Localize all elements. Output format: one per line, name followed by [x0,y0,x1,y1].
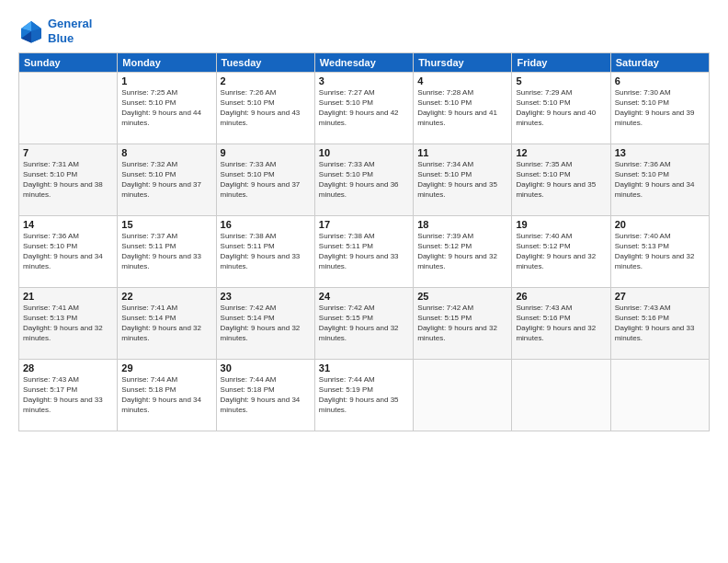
cell-content: Sunrise: 7:35 AMSunset: 5:10 PMDaylight:… [516,160,606,200]
week-row-5: 28Sunrise: 7:43 AMSunset: 5:17 PMDayligh… [19,360,710,431]
calendar-cell [610,360,709,431]
week-row-3: 14Sunrise: 7:36 AMSunset: 5:10 PMDayligh… [19,216,710,288]
cell-content: Sunrise: 7:42 AMSunset: 5:15 PMDaylight:… [417,304,507,343]
calendar-cell: 4Sunrise: 7:28 AMSunset: 5:10 PMDaylight… [414,73,512,144]
header-wednesday: Wednesday [314,53,413,73]
calendar-cell: 14Sunrise: 7:36 AMSunset: 5:10 PMDayligh… [19,216,118,288]
day-number: 13 [615,147,705,158]
header-thursday: Thursday [414,53,512,73]
cell-content: Sunrise: 7:43 AMSunset: 5:17 PMDaylight:… [23,375,113,415]
calendar-cell: 5Sunrise: 7:29 AMSunset: 5:10 PMDaylight… [512,73,610,144]
day-number: 25 [417,291,507,302]
logo-text: General Blue [48,17,92,45]
day-number: 29 [121,362,211,373]
cell-content: Sunrise: 7:29 AMSunset: 5:10 PMDaylight:… [516,88,606,128]
day-number: 1 [121,75,211,86]
calendar-cell: 26Sunrise: 7:43 AMSunset: 5:16 PMDayligh… [512,288,610,360]
cell-content: Sunrise: 7:31 AMSunset: 5:10 PMDaylight:… [23,160,113,200]
calendar-cell: 19Sunrise: 7:40 AMSunset: 5:12 PMDayligh… [512,216,610,288]
logo: General Blue [18,17,92,45]
header-row: SundayMondayTuesdayWednesdayThursdayFrid… [19,53,710,73]
day-number: 23 [221,291,311,302]
calendar-cell: 16Sunrise: 7:38 AMSunset: 5:11 PMDayligh… [216,216,314,288]
calendar-cell: 29Sunrise: 7:44 AMSunset: 5:18 PMDayligh… [118,360,216,431]
day-number: 27 [615,291,705,302]
week-row-1: 1Sunrise: 7:25 AMSunset: 5:10 PMDaylight… [19,73,710,144]
cell-content: Sunrise: 7:43 AMSunset: 5:16 PMDaylight:… [516,304,606,343]
cell-content: Sunrise: 7:44 AMSunset: 5:19 PMDaylight:… [319,375,409,415]
day-number: 15 [121,219,211,230]
day-number: 30 [221,362,311,373]
cell-content: Sunrise: 7:32 AMSunset: 5:10 PMDaylight:… [121,160,211,200]
cell-content: Sunrise: 7:41 AMSunset: 5:14 PMDaylight:… [121,304,211,343]
day-number: 24 [319,291,409,302]
day-number: 4 [417,75,507,86]
day-number: 26 [516,291,606,302]
calendar-cell: 31Sunrise: 7:44 AMSunset: 5:19 PMDayligh… [314,360,413,431]
cell-content: Sunrise: 7:27 AMSunset: 5:10 PMDaylight:… [319,88,409,128]
calendar-cell: 21Sunrise: 7:41 AMSunset: 5:13 PMDayligh… [19,288,118,360]
day-number: 22 [121,291,211,302]
day-number: 2 [221,75,311,86]
calendar-cell: 8Sunrise: 7:32 AMSunset: 5:10 PMDaylight… [118,144,216,216]
calendar-cell: 3Sunrise: 7:27 AMSunset: 5:10 PMDaylight… [314,73,413,144]
cell-content: Sunrise: 7:40 AMSunset: 5:12 PMDaylight:… [516,232,606,271]
calendar-cell: 22Sunrise: 7:41 AMSunset: 5:14 PMDayligh… [118,288,216,360]
calendar-cell: 27Sunrise: 7:43 AMSunset: 5:16 PMDayligh… [610,288,709,360]
calendar-table: SundayMondayTuesdayWednesdayThursdayFrid… [18,52,710,431]
calendar-cell: 2Sunrise: 7:26 AMSunset: 5:10 PMDaylight… [216,73,314,144]
calendar-page: General Blue SundayMondayTuesdayWednesda… [0,0,728,563]
calendar-cell: 28Sunrise: 7:43 AMSunset: 5:17 PMDayligh… [19,360,118,431]
day-number: 11 [417,147,507,158]
calendar-cell: 15Sunrise: 7:37 AMSunset: 5:11 PMDayligh… [118,216,216,288]
day-number: 8 [121,147,211,158]
calendar-cell: 11Sunrise: 7:34 AMSunset: 5:10 PMDayligh… [414,144,512,216]
day-number: 12 [516,147,606,158]
calendar-cell: 24Sunrise: 7:42 AMSunset: 5:15 PMDayligh… [314,288,413,360]
header-sunday: Sunday [19,53,118,73]
week-row-4: 21Sunrise: 7:41 AMSunset: 5:13 PMDayligh… [19,288,710,360]
day-number: 10 [319,147,409,158]
calendar-cell: 12Sunrise: 7:35 AMSunset: 5:10 PMDayligh… [512,144,610,216]
logo-icon [18,18,44,44]
cell-content: Sunrise: 7:42 AMSunset: 5:14 PMDaylight:… [221,304,311,343]
calendar-cell [414,360,512,431]
cell-content: Sunrise: 7:44 AMSunset: 5:18 PMDaylight:… [121,375,211,415]
calendar-cell: 17Sunrise: 7:38 AMSunset: 5:11 PMDayligh… [314,216,413,288]
day-number: 31 [319,362,409,373]
calendar-cell: 10Sunrise: 7:33 AMSunset: 5:10 PMDayligh… [314,144,413,216]
day-number: 28 [23,362,113,373]
day-number: 20 [615,219,705,230]
day-number: 3 [319,75,409,86]
day-number: 14 [23,219,113,230]
week-row-2: 7Sunrise: 7:31 AMSunset: 5:10 PMDaylight… [19,144,710,216]
day-number: 19 [516,219,606,230]
calendar-cell: 7Sunrise: 7:31 AMSunset: 5:10 PMDaylight… [19,144,118,216]
day-number: 5 [516,75,606,86]
cell-content: Sunrise: 7:42 AMSunset: 5:15 PMDaylight:… [319,304,409,343]
header-friday: Friday [512,53,610,73]
cell-content: Sunrise: 7:30 AMSunset: 5:10 PMDaylight:… [615,88,705,128]
day-number: 18 [417,219,507,230]
cell-content: Sunrise: 7:26 AMSunset: 5:10 PMDaylight:… [221,88,311,128]
cell-content: Sunrise: 7:39 AMSunset: 5:12 PMDaylight:… [417,232,507,271]
calendar-cell [512,360,610,431]
cell-content: Sunrise: 7:33 AMSunset: 5:10 PMDaylight:… [319,160,409,200]
cell-content: Sunrise: 7:40 AMSunset: 5:13 PMDaylight:… [615,232,705,271]
cell-content: Sunrise: 7:38 AMSunset: 5:11 PMDaylight:… [319,232,409,271]
cell-content: Sunrise: 7:37 AMSunset: 5:11 PMDaylight:… [121,232,211,271]
cell-content: Sunrise: 7:28 AMSunset: 5:10 PMDaylight:… [417,88,507,128]
cell-content: Sunrise: 7:34 AMSunset: 5:10 PMDaylight:… [417,160,507,200]
header-saturday: Saturday [610,53,709,73]
calendar-cell: 20Sunrise: 7:40 AMSunset: 5:13 PMDayligh… [610,216,709,288]
day-number: 7 [23,147,113,158]
calendar-cell: 13Sunrise: 7:36 AMSunset: 5:10 PMDayligh… [610,144,709,216]
calendar-cell [19,73,118,144]
calendar-cell: 25Sunrise: 7:42 AMSunset: 5:15 PMDayligh… [414,288,512,360]
cell-content: Sunrise: 7:38 AMSunset: 5:11 PMDaylight:… [221,232,311,271]
calendar-cell: 1Sunrise: 7:25 AMSunset: 5:10 PMDaylight… [118,73,216,144]
calendar-cell: 9Sunrise: 7:33 AMSunset: 5:10 PMDaylight… [216,144,314,216]
cell-content: Sunrise: 7:36 AMSunset: 5:10 PMDaylight:… [615,160,705,200]
cell-content: Sunrise: 7:41 AMSunset: 5:13 PMDaylight:… [23,304,113,343]
day-number: 16 [221,219,311,230]
